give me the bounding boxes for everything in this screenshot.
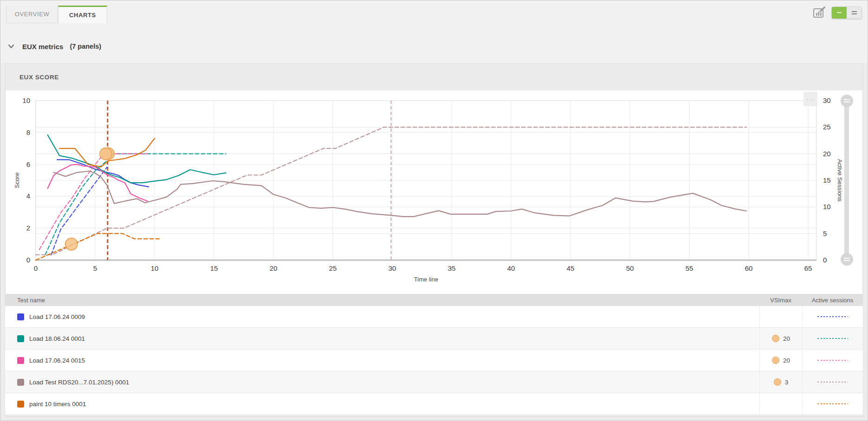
series-eux-score <box>48 135 226 183</box>
chart-axes: 0246810051015202530051015202530354045505… <box>13 96 843 283</box>
vsimax-marker <box>65 238 78 250</box>
vsimax-value: 20 <box>783 335 790 342</box>
vsimax-marker <box>100 148 112 160</box>
time-axis-tick: 50 <box>626 264 634 272</box>
active-sessions-legend-line <box>817 338 848 339</box>
col-header-test-name: Test name <box>5 297 759 304</box>
chart-gridlines <box>36 101 816 260</box>
sessions-axis-slider-handle-bottom[interactable] <box>841 253 853 266</box>
time-axis-tick: 25 <box>329 264 337 272</box>
time-axis-tick: 10 <box>151 264 159 272</box>
tab-overview-label: OVERVIEW <box>15 11 50 18</box>
time-axis-tick: 40 <box>507 264 515 272</box>
tab-charts[interactable]: CHARTS <box>58 6 107 23</box>
time-axis-tick: 55 <box>686 264 693 272</box>
active-sessions-legend-line <box>817 382 848 383</box>
top-header-zone: OVERVIEW CHARTS EUX metrics (7 panels) <box>0 0 868 63</box>
time-axis-tick: 65 <box>804 264 812 272</box>
test-name: paint 10 timers 0001 <box>29 401 86 408</box>
score-axis-tick: 8 <box>26 128 30 136</box>
sessions-axis-tick: 30 <box>823 96 831 104</box>
test-color-swatch <box>17 379 24 386</box>
sessions-axis-slider-track[interactable] <box>844 101 849 260</box>
layout-two-column-button[interactable] <box>847 7 862 19</box>
test-name: Load 18.06.24 0001 <box>29 335 85 342</box>
time-axis-tick: 5 <box>93 264 97 272</box>
col-header-active-sessions: Active sessions <box>802 294 863 306</box>
sessions-axis-tick: 0 <box>823 256 827 264</box>
score-axis-tick: 10 <box>22 96 30 104</box>
table-row[interactable]: paint 10 timers 0001 <box>5 393 863 415</box>
time-axis-tick: 45 <box>567 264 575 272</box>
score-axis-tick: 6 <box>26 160 30 168</box>
test-name: Load Test RDS20...7.01.2025) 0001 <box>29 379 129 386</box>
drag-grip-icon <box>844 99 850 100</box>
eux-score-chart: 0246810051015202530051015202530354045505… <box>0 90 868 293</box>
col-header-vsimax: VSImax <box>759 294 802 306</box>
chevron-down-icon[interactable] <box>6 42 16 51</box>
vsimax-value: 20 <box>783 357 790 364</box>
test-color-swatch <box>17 313 24 320</box>
vsimax-badge-icon <box>772 357 779 364</box>
active-sessions-legend-line <box>817 403 848 405</box>
tab-overview[interactable]: OVERVIEW <box>6 6 58 23</box>
sessions-axis-tick: 5 <box>823 230 827 237</box>
time-axis-tick: 20 <box>270 264 278 272</box>
tests-legend-table: Test name VSImax Active sessions Load 17… <box>5 294 863 415</box>
panel-header: EUX SCORE <box>6 64 862 90</box>
sessions-axis-tick: 15 <box>823 176 831 184</box>
time-axis-tick: 0 <box>34 264 38 272</box>
vsimax-markers <box>65 148 114 250</box>
chart-more-options-button[interactable]: ··· <box>803 92 817 106</box>
panel-title: EUX SCORE <box>19 74 59 81</box>
table-row[interactable]: Load 17.06.24 0009 <box>5 306 863 328</box>
drag-grip-icon <box>844 258 850 259</box>
active-sessions-legend-line <box>817 360 848 361</box>
table-row[interactable]: Load 17.06.24 001520 <box>5 350 863 371</box>
score-axis-tick: 4 <box>26 192 30 200</box>
edit-chart-icon[interactable] <box>812 5 827 20</box>
active-sessions-legend-line <box>817 316 848 318</box>
test-color-swatch <box>17 335 24 342</box>
score-axis-tick: 2 <box>26 224 30 232</box>
time-axis-tick: 30 <box>389 264 396 272</box>
minus-icon <box>837 12 842 13</box>
vsimax-value: 3 <box>785 379 789 386</box>
time-axis-tick: 15 <box>210 264 218 272</box>
vsimax-badge-icon <box>774 378 781 386</box>
test-color-swatch <box>17 401 24 408</box>
test-name: Load 17.06.24 0015 <box>29 357 85 364</box>
series-eux-score <box>53 171 746 217</box>
test-color-swatch <box>17 357 24 364</box>
equals-icon <box>852 11 857 14</box>
section-title: EUX metrics <box>22 43 63 51</box>
x-axis-title: Time line <box>414 276 438 283</box>
sessions-axis-tick: 10 <box>823 203 831 210</box>
test-name: Load 17.06.24 0009 <box>29 313 85 320</box>
section-header: EUX metrics (7 panels) <box>0 38 868 54</box>
table-header-row: Test name VSImax Active sessions <box>5 294 863 306</box>
sessions-axis-tick: 25 <box>823 123 831 131</box>
time-axis-tick: 35 <box>448 264 456 272</box>
layout-single-column-button[interactable] <box>832 7 847 19</box>
more-options-icon: ··· <box>806 95 815 103</box>
sessions-axis-tick: 20 <box>823 150 831 158</box>
table-row[interactable]: Load 18.06.24 000120 <box>5 328 863 350</box>
table-row[interactable]: Load Test RDS20...7.01.2025) 00013 <box>5 371 863 393</box>
section-panels-count: (7 panels) <box>70 43 101 50</box>
layout-toggle-group <box>831 6 862 19</box>
score-axis-tick: 0 <box>26 256 30 264</box>
left-axis-title: Score <box>13 172 20 188</box>
time-axis-tick: 60 <box>745 264 753 272</box>
tab-charts-label: CHARTS <box>69 12 96 19</box>
vsimax-badge-icon <box>772 335 779 342</box>
right-axis-title: Active Sessions <box>836 159 843 202</box>
sessions-axis-slider-handle-top[interactable] <box>841 95 853 107</box>
